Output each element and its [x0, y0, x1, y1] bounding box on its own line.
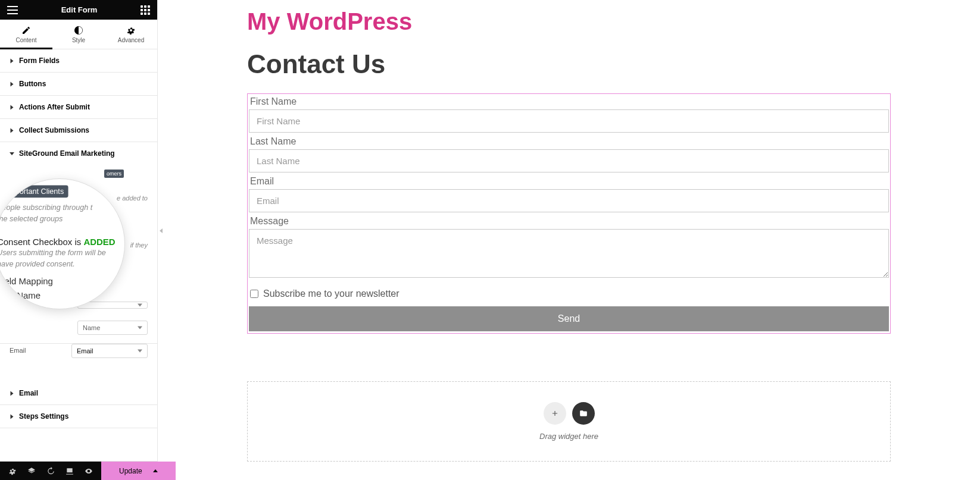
caret-icon	[11, 58, 14, 63]
magnifier-overlay: ×Important Clients People subscribing th…	[0, 178, 125, 309]
email-input[interactable]	[249, 189, 889, 212]
section-actions-label: Actions After Submit	[19, 103, 90, 111]
layers-icon[interactable]	[27, 467, 36, 475]
dropzone-hint: Drag widget here	[539, 432, 598, 441]
tab-advanced-label: Advanced	[118, 37, 144, 43]
mapping-select-name[interactable]: Name	[77, 321, 148, 335]
caret-icon	[11, 391, 14, 396]
caret-icon	[10, 152, 14, 155]
sidebar-header: Edit Form	[0, 0, 157, 20]
section-collect-label: Collect Submissions	[19, 126, 89, 134]
section-buttons-label: Buttons	[19, 80, 46, 88]
message-input[interactable]	[249, 229, 889, 278]
add-widget-button[interactable]	[544, 402, 566, 425]
caret-icon	[11, 128, 14, 133]
message-label: Message	[250, 216, 889, 227]
menu-icon[interactable]	[7, 6, 18, 14]
widget-dropzone[interactable]: Drag widget here	[247, 381, 891, 462]
section-collect-submissions[interactable]: Collect Submissions	[0, 119, 157, 142]
mapping-select-email-value: Email	[77, 347, 93, 354]
section-email-label: Email	[19, 389, 38, 397]
consent-added: ADDED	[83, 237, 115, 247]
tab-content-label: Content	[15, 37, 36, 43]
plus-icon	[551, 409, 559, 418]
mag-hint-1: People subscribing through t	[0, 202, 125, 213]
preview-icon[interactable]	[85, 467, 93, 475]
section-email[interactable]: Email	[0, 382, 157, 404]
form-widget[interactable]: First Name Last Name Email Message Subsc…	[247, 93, 891, 334]
mapping-select-name-value: Name	[83, 324, 100, 331]
last-name-label: Last Name	[250, 136, 889, 147]
widgets-grid-icon[interactable]	[141, 5, 150, 15]
bottom-bar: Update	[0, 461, 157, 480]
send-button-label: Send	[558, 313, 580, 324]
site-title: My WordPress	[247, 8, 891, 35]
consent-checkbox-line: Consent Checkbox is ADDED	[0, 237, 125, 247]
field-mapping-title: Field Mapping	[0, 276, 125, 286]
caret-icon	[11, 105, 14, 109]
section-form-fields[interactable]: Form Fields	[0, 49, 157, 72]
tab-content[interactable]: Content	[0, 20, 52, 49]
history-icon[interactable]	[46, 467, 55, 475]
email-label: Email	[250, 176, 889, 187]
settings-icon[interactable]	[8, 467, 17, 475]
tab-style-label: Style	[72, 37, 85, 43]
update-button-label: Update	[119, 467, 142, 475]
mag-consent-hint-1: Users submitting the form will be	[0, 247, 125, 258]
collapse-sidebar-handle[interactable]	[158, 225, 164, 237]
tab-style[interactable]: Style	[52, 20, 105, 49]
folder-icon	[579, 409, 588, 418]
send-button[interactable]: Send	[249, 306, 889, 331]
chevron-up-icon	[153, 469, 158, 472]
pencil-icon	[21, 26, 31, 35]
half-circle-icon	[74, 26, 83, 35]
section-siteground-header[interactable]: SiteGround Email Marketing	[0, 142, 157, 165]
bottom-bar-icons	[0, 462, 101, 480]
section-siteground-label: SiteGround Email Marketing	[19, 149, 115, 158]
secondary-chip[interactable]: omers	[104, 170, 124, 178]
editor-canvas: My WordPress Contact Us First Name Last …	[158, 0, 980, 480]
gear-icon	[126, 26, 136, 35]
responsive-icon[interactable]	[65, 467, 74, 475]
panel-tabs: Content Style Advanced	[0, 20, 157, 49]
add-template-button[interactable]	[572, 402, 595, 425]
section-buttons[interactable]: Buttons	[0, 73, 157, 95]
mag-hint-2: the selected groups	[0, 213, 125, 224]
subscribe-label: Subscribe me to your newsletter	[263, 288, 400, 299]
consent-pre: Consent Checkbox is	[0, 237, 83, 247]
sidebar-title: Edit Form	[18, 5, 141, 14]
mapping-select-email[interactable]: Email	[71, 344, 148, 358]
caret-icon	[11, 81, 14, 86]
mag-consent-hint-2: have provided consent.	[0, 258, 125, 269]
first-name-label: First Name	[250, 96, 889, 107]
last-name-input[interactable]	[249, 149, 889, 172]
page-title: Contact Us	[247, 49, 891, 79]
subscribe-checkbox[interactable]	[250, 290, 258, 298]
caret-icon	[11, 414, 14, 419]
section-steps-settings[interactable]: Steps Settings	[0, 405, 157, 428]
section-actions-after-submit[interactable]: Actions After Submit	[0, 96, 157, 118]
section-steps-label: Steps Settings	[19, 412, 68, 421]
section-form-fields-label: Form Fields	[19, 57, 60, 65]
mapping-email-label: Email	[10, 344, 67, 358]
first-name-input[interactable]	[249, 109, 889, 133]
tab-advanced[interactable]: Advanced	[105, 20, 157, 49]
